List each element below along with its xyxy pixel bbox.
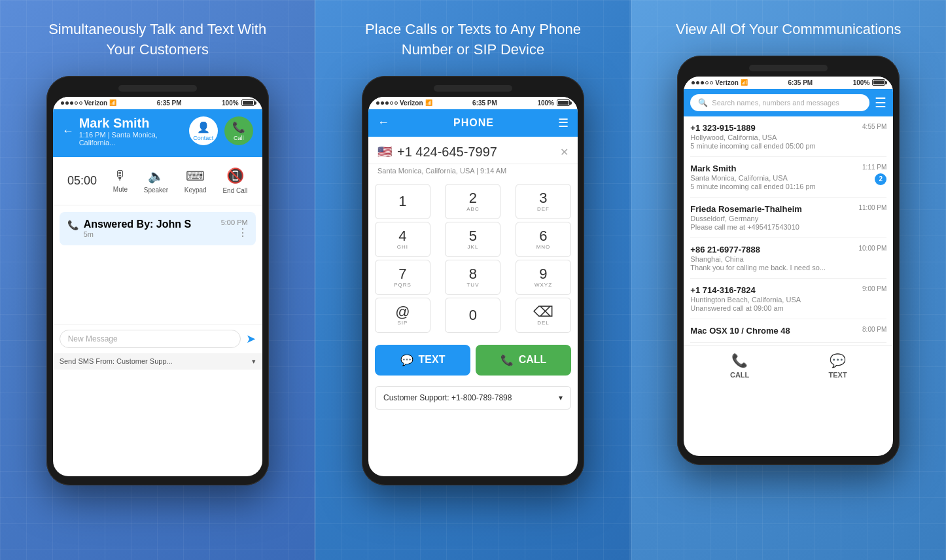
speaker-label: Speaker [144,186,168,194]
end-call-item[interactable]: 📵 End Call [222,167,247,194]
message-placeholder: New Message [68,334,118,343]
key-del-num: ⌫ [533,304,553,320]
dropdown-icon[interactable]: ▾ [252,357,256,366]
comm-right-2: 11:00 PM [859,204,887,211]
call-log-name: Answered By: John S [84,219,191,230]
call-button-dialer[interactable]: 📞 CALL [476,345,571,376]
comm-location-1: Santa Monica, California, USA [690,174,862,182]
call-controls: 05:00 🎙 Mute 🔈 Speaker ⌨ Keypad 📵 End Ca… [53,157,262,205]
dialer-title: PHONE [389,117,558,129]
key-7[interactable]: 7 PQRS [375,260,430,295]
signal-dots-mid [376,101,398,105]
call-header: ← Mark Smith 1:16 PM | Santa Monica, Cal… [53,109,262,157]
message-input[interactable]: New Message [60,330,241,348]
footer-text-label: TEXT [829,371,847,379]
hamburger-icon[interactable]: ☰ [558,116,569,130]
comm-detail-1: 5 minute incoming call ended 01:16 pm [690,183,862,190]
back-arrow-dialer[interactable]: ← [377,116,389,130]
comm-right-3: 10:00 PM [859,245,887,252]
key-at[interactable]: @ SIP [375,298,430,333]
footer-call-action[interactable]: 📞 CALL [730,353,749,379]
mute-item[interactable]: 🎙 Mute [113,168,128,193]
dot3r [701,81,704,84]
panel-right: View All Of Your Commmunications Verizon… [631,0,946,560]
call-button[interactable]: 📞 Call [224,116,253,145]
key-1[interactable]: 1 [375,184,430,219]
contact-icon: 👤 [197,121,210,133]
call-log: 📞 Answered By: John S 5m 5:00 PM ⋮ [60,212,256,245]
back-arrow-icon[interactable]: ← [62,124,74,138]
flag-icon: 🇺🇸 [377,145,392,159]
key-7-sub: PQRS [394,282,412,288]
dot1m [376,101,379,105]
key-0[interactable]: 0 [445,298,500,333]
signal-dots [61,101,82,105]
contact-button[interactable]: 👤 Contact [189,116,218,145]
key-4[interactable]: 4 GHI [375,222,430,257]
call-name: Mark Smith [79,116,189,131]
comm-name-5: Mac OSX 10 / Chrome 48 [690,326,862,336]
dot5r [710,81,713,84]
panel-mid-title: Place Calls or Texts to Any Phone Number… [355,20,591,60]
comm-location-4: Huntington Beach, California, USA [690,296,862,304]
comm-detail-0: 5 minute incoming call ended 05:00 pm [690,142,862,150]
time-right: 6:35 PM [788,79,813,86]
dialer-btns: 💬 TEXT 📞 CALL [368,338,578,382]
search-input-wrap[interactable]: 🔍 Search names, numbers and messages [690,94,869,111]
comm-item-2[interactable]: Frieda Rosemarie-Thalheim Dusseldorf, Ge… [690,198,886,238]
number-subtitle: Santa Monica, California, USA | 9:14 AM [368,164,578,181]
text-btn-label: TEXT [419,354,446,366]
comm-name-1: Mark Smith [690,164,862,173]
comm-item-5[interactable]: Mac OSX 10 / Chrome 48 8:00 PM [690,319,886,343]
dot5 [79,101,82,105]
caller-id-text: Customer Support: +1-800-789-7898 [383,393,512,402]
dot4m [390,101,393,105]
key-del[interactable]: ⌫ DEL [516,298,571,333]
call-phone-icon: 📞 [500,354,514,366]
comm-item-3[interactable]: +86 21-6977-7888 Shanghai, China Thank y… [690,238,886,279]
call-log-time: 5:00 PM [221,219,248,226]
status-time: 6:35 PM [157,99,182,107]
signal-dots-right [692,81,713,84]
comm-name-3: +86 21-6977-7888 [690,245,858,254]
mute-icon: 🎙 [114,168,127,183]
key-4-num: 4 [398,228,406,244]
key-9[interactable]: 9 WXYZ [516,260,571,295]
more-options-icon[interactable]: ⋮ [237,226,248,239]
comm-footer: 📞 CALL 💬 TEXT [684,345,893,385]
dot2m [381,101,384,105]
sms-from-bar: Send SMS From: Customer Supp... ▾ [53,353,262,370]
phone-number-display[interactable]: +1 424-645-7997 [397,145,555,160]
key-2[interactable]: 2 ABC [445,184,500,219]
wifi-icon-right: 📶 [741,79,748,86]
comm-item-1[interactable]: Mark Smith Santa Monica, California, USA… [690,157,886,198]
key-3[interactable]: 3 DEF [516,184,571,219]
status-right-right: 100% [853,79,886,86]
send-button[interactable]: ➤ [246,332,256,346]
key-2-num: 2 [469,190,477,206]
footer-sms-icon: 💬 [830,353,846,368]
panel-mid: Place Calls or Texts to Any Phone Number… [315,0,631,560]
speaker-item[interactable]: 🔈 Speaker [144,168,168,194]
comm-time-2: 11:00 PM [859,204,887,211]
comm-name-0: +1 323-915-1889 [690,123,862,133]
key-6[interactable]: 6 MNO [516,222,571,257]
comm-item-4[interactable]: +1 714-316-7824 Huntington Beach, Califo… [690,279,886,319]
carrier-mid: Verizon [400,99,423,107]
text-button[interactable]: 💬 TEXT [375,345,470,376]
key-8[interactable]: 8 TUV [445,260,500,295]
key-5[interactable]: 5 JKL [445,222,500,257]
contact-label: Contact [193,135,213,141]
comm-name-4: +1 714-316-7824 [690,285,862,295]
footer-text-action[interactable]: 💬 TEXT [829,353,847,379]
caller-id-dropdown-icon[interactable]: ▾ [559,393,563,402]
comm-location-0: Hollywood, California, USA [690,133,862,141]
comm-time-3: 10:00 PM [859,245,887,252]
menu-icon-right[interactable]: ☰ [875,95,886,111]
clear-button[interactable]: ✕ [560,146,569,158]
phone-frame-right: Verizon 📶 6:35 PM 100% 🔍 Search names, n… [677,56,900,465]
keypad-item[interactable]: ⌨ Keypad [184,168,207,194]
call-name-block: Mark Smith 1:16 PM | Santa Monica, Calif… [79,116,189,147]
status-bar-mid: Verizon 📶 6:35 PM 100% [368,97,578,109]
comm-item-0[interactable]: +1 323-915-1889 Hollywood, California, U… [690,116,886,157]
